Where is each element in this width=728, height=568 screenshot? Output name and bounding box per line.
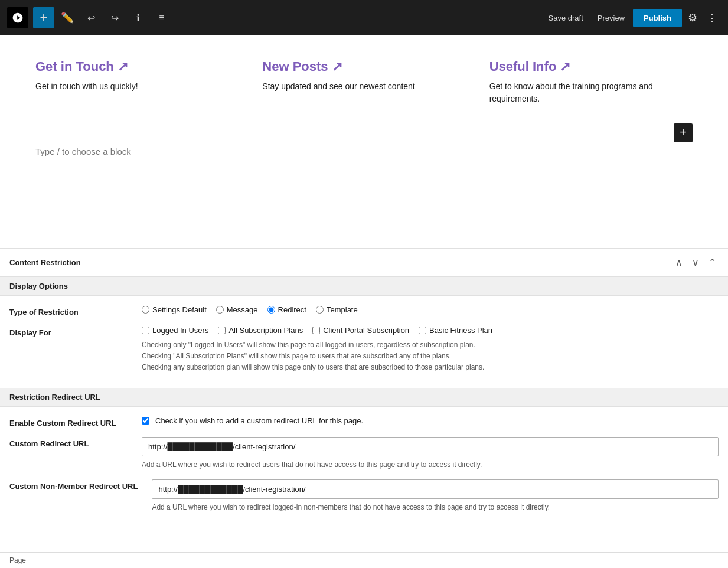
save-draft-button[interactable]: Save draft (543, 10, 589, 26)
chk-logged-in-input[interactable] (142, 327, 149, 334)
radio-settings-default-label: Settings Default (152, 305, 207, 314)
chk-basic-fitness[interactable]: Basic Fitness Plan (419, 326, 492, 335)
block-area: Type / to choose a block + (35, 129, 693, 162)
add-block-inline-button[interactable]: + (674, 123, 693, 142)
custom-redirect-url-label: Custom Redirect URL (9, 437, 128, 448)
radio-message-input[interactable] (216, 306, 224, 314)
enable-custom-redirect-label: Enable Custom Redirect URL (9, 416, 128, 427)
publish-button[interactable]: Publish (633, 9, 682, 27)
custom-non-member-url-help: Add a URL where you wish to redirect log… (152, 502, 719, 512)
display-for-controls: Logged In Users All Subscription Plans C… (142, 326, 719, 374)
radio-message-label: Message (227, 305, 258, 314)
enable-custom-redirect-checkbox[interactable] (142, 417, 149, 425)
block-placeholder[interactable]: Type / to choose a block (35, 129, 693, 162)
display-for-label: Display For (9, 326, 128, 337)
enable-custom-checkbox-row: Check if you wish to add a custom redire… (142, 416, 719, 425)
collapse-up-button[interactable]: ∧ (673, 256, 685, 269)
custom-redirect-url-input[interactable] (142, 437, 719, 456)
type-restriction-label: Type of Restriction (9, 305, 128, 316)
custom-non-member-url-label: Custom Non-Member Redirect URL (9, 479, 138, 491)
list-view-button[interactable]: ≡ (151, 7, 172, 28)
chk-basic-fitness-label: Basic Fitness Plan (429, 326, 492, 335)
col-1-heading: Get in Touch ↗ (35, 59, 239, 74)
restriction-radio-group: Settings Default Message Redirect Templa… (142, 305, 719, 314)
col-3-heading: Useful Info ↗ (489, 59, 693, 74)
col-1-text: Get in touch with us quickly! (35, 80, 239, 93)
chk-basic-fitness-input[interactable] (419, 327, 426, 334)
display-for-checkbox-group: Logged In Users All Subscription Plans C… (142, 326, 719, 335)
custom-non-member-url-input[interactable] (152, 479, 719, 499)
undo-button[interactable]: ↩ (80, 7, 102, 28)
panel-title: Content Restriction (9, 258, 81, 267)
display-options-bar: Display Options (0, 277, 728, 296)
radio-template-label: Template (327, 305, 358, 314)
column-1: Get in Touch ↗ Get in touch with us quic… (35, 59, 239, 105)
radio-message[interactable]: Message (216, 305, 258, 314)
collapse-down-button[interactable]: ∨ (690, 256, 701, 269)
column-3: Useful Info ↗ Get to know about the trai… (489, 59, 693, 105)
chk-all-subscription-input[interactable] (218, 327, 226, 334)
info-button[interactable]: ℹ (128, 7, 149, 28)
edit-mode-button[interactable]: ✏️ (57, 7, 78, 28)
preview-button[interactable]: Preview (592, 10, 631, 26)
enable-custom-redirect-checkbox-label: Check if you wish to add a custom redire… (155, 416, 363, 425)
display-for-help: Checking only "Logged In Users" will sho… (142, 340, 719, 374)
three-column-section: Get in Touch ↗ Get in touch with us quic… (35, 59, 693, 105)
type-restriction-controls: Settings Default Message Redirect Templa… (142, 305, 719, 314)
toolbar: + ✏️ ↩ ↪ ℹ ≡ Save draft Preview Publish … (0, 0, 728, 35)
custom-redirect-url-row: Custom Redirect URL Add a URL where you … (9, 437, 719, 470)
chk-client-portal-label: Client Portal Subscription (323, 326, 409, 335)
display-for-row: Display For Logged In Users All Subscrip… (9, 326, 719, 374)
radio-redirect-label: Redirect (278, 305, 306, 314)
close-panel-button[interactable]: ⌃ (706, 256, 719, 269)
enable-custom-redirect-row: Enable Custom Redirect URL Check if you … (9, 416, 719, 427)
restriction-redirect-section: Enable Custom Redirect URL Check if you … (0, 407, 728, 527)
radio-template-input[interactable] (316, 306, 324, 314)
col-3-text: Get to know about the training programs … (489, 80, 693, 105)
radio-redirect[interactable]: Redirect (267, 305, 306, 314)
radio-settings-default-input[interactable] (142, 306, 149, 314)
settings-button[interactable]: ⚙ (684, 8, 701, 28)
editor-content: Get in Touch ↗ Get in touch with us quic… (0, 35, 728, 248)
col-2-text: Stay updated and see our newest content (262, 80, 465, 93)
panel-controls: ∧ ∨ ⌃ (673, 256, 719, 269)
custom-non-member-url-controls: Add a URL where you wish to redirect log… (152, 479, 719, 512)
content-restriction-panel: Content Restriction ∧ ∨ ⌃ Display Option… (0, 248, 728, 527)
radio-redirect-input[interactable] (267, 306, 275, 314)
col-2-heading: New Posts ↗ (262, 59, 465, 74)
chk-client-portal[interactable]: Client Portal Subscription (312, 326, 409, 335)
radio-settings-default[interactable]: Settings Default (142, 305, 207, 314)
panel-header: Content Restriction ∧ ∨ ⌃ (0, 249, 728, 277)
custom-non-member-url-row: Custom Non-Member Redirect URL Add a URL… (9, 479, 719, 512)
add-block-toolbar-button[interactable]: + (33, 7, 54, 28)
wp-logo (7, 7, 28, 28)
display-options-section: Type of Restriction Settings Default Mes… (0, 296, 728, 388)
chk-all-subscription[interactable]: All Subscription Plans (218, 326, 303, 335)
column-2: New Posts ↗ Stay updated and see our new… (262, 59, 465, 105)
enable-custom-redirect-controls: Check if you wish to add a custom redire… (142, 416, 719, 425)
chk-client-portal-input[interactable] (312, 327, 320, 334)
custom-redirect-url-help: Add a URL where you wish to redirect use… (142, 459, 719, 470)
chk-all-subscription-label: All Subscription Plans (228, 326, 303, 335)
restriction-redirect-bar: Restriction Redirect URL (0, 388, 728, 407)
chk-logged-in[interactable]: Logged In Users (142, 326, 208, 335)
radio-template[interactable]: Template (316, 305, 358, 314)
type-restriction-row: Type of Restriction Settings Default Mes… (9, 305, 719, 316)
chk-logged-in-label: Logged In Users (152, 326, 208, 335)
more-options-button[interactable]: ⋮ (703, 8, 721, 28)
redo-button[interactable]: ↪ (104, 7, 125, 28)
custom-redirect-url-controls: Add a URL where you wish to redirect use… (142, 437, 719, 470)
